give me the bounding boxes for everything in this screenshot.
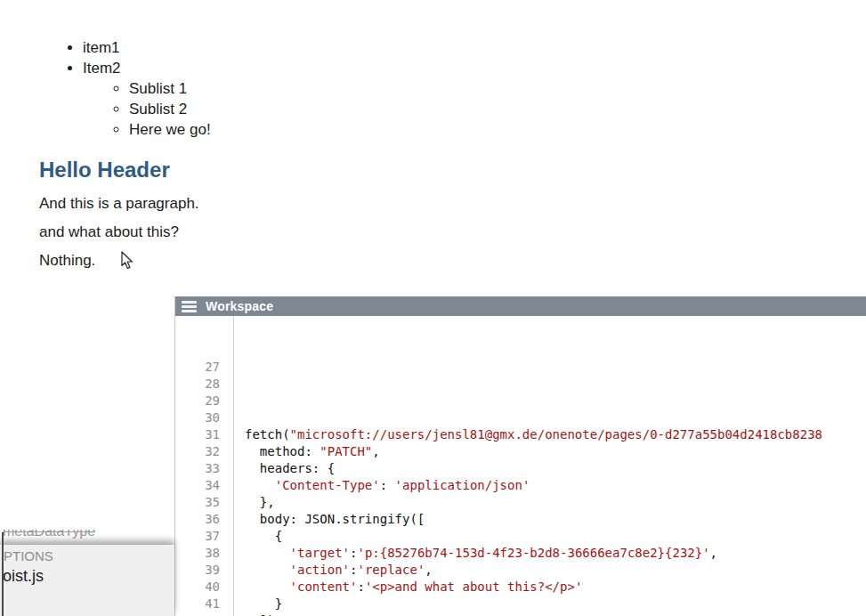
code-text: ]) [233, 612, 275, 616]
line-number[interactable]: 37 [175, 528, 233, 545]
line-number[interactable]: 38 [175, 545, 233, 562]
code-editor[interactable]: 2728293031fetch("microsoft://users/jensl… [175, 316, 866, 616]
page-heading: Hello Header [39, 158, 866, 182]
list-item: item1 [83, 37, 866, 58]
autocomplete-clipped-item[interactable]: metaDataType [0, 530, 174, 545]
code-text: }, [233, 494, 275, 511]
code-line[interactable]: 30 [175, 409, 866, 426]
code-text: method: "PATCH", [233, 443, 380, 460]
line-number[interactable]: 29 [175, 393, 233, 409]
code-line[interactable]: 27 [175, 359, 866, 376]
code-text: } [233, 596, 282, 612]
list-item-text: Sublist 2 [129, 101, 187, 118]
code-line[interactable]: 29 [175, 393, 866, 409]
code-line[interactable]: 28 [175, 376, 866, 393]
list-item-text: Sublist 1 [129, 80, 187, 97]
line-number[interactable]: 40 [175, 579, 233, 596]
code-line[interactable]: 32 method: "PATCH", [175, 443, 866, 460]
line-number[interactable]: 31 [175, 426, 233, 443]
line-number[interactable]: 32 [175, 443, 233, 460]
line-number[interactable]: 35 [175, 494, 233, 511]
code-text [233, 376, 245, 393]
code-text: headers: { [233, 460, 335, 477]
paragraph: And this is a paragraph. [39, 196, 866, 211]
popup-left-border [2, 532, 4, 616]
code-text: 'action':'replace', [233, 562, 433, 579]
code-line[interactable]: 41 } [175, 596, 866, 612]
autocomplete-item[interactable]: PTIONS [4, 548, 174, 563]
sub-bullet-list: Sublist 1 Sublist 2 Here we go! [83, 78, 866, 140]
hamburger-menu-icon[interactable] [182, 301, 197, 312]
code-text: { [233, 528, 282, 545]
code-text [233, 359, 245, 376]
line-number[interactable]: 39 [175, 562, 233, 579]
list-item-text: Here we go! [129, 121, 211, 138]
code-line[interactable]: 31fetch("microsoft://users/jensl81@gmx.d… [175, 426, 866, 443]
list-item: Here we go! [129, 119, 866, 140]
list-item: Item2 Sublist 1 Sublist 2 Here we go! [83, 58, 866, 140]
autocomplete-popup: PTIONS oist.js [0, 545, 174, 616]
workspace-header: Workspace [175, 296, 866, 316]
mouse-cursor-icon [121, 251, 134, 270]
code-line[interactable]: 38 'target':'p:{85276b74-153d-4f23-b2d8-… [175, 545, 866, 562]
code-text: 'Content-Type': 'application/json' [233, 477, 530, 494]
workspace-panel: Workspace 2728293031fetch("microsoft://u… [174, 296, 866, 616]
paragraph: Nothing. [39, 253, 866, 268]
line-number[interactable]: 36 [175, 511, 233, 528]
autocomplete-item-label: metaDataType [3, 530, 95, 539]
autocomplete-item[interactable]: oist.js [3, 567, 174, 586]
code-text: 'target':'p:{85276b74-153d-4f23-b2d8-366… [233, 545, 717, 562]
code-line[interactable]: 33 headers: { [175, 460, 866, 477]
gutter-separator [233, 316, 234, 616]
page: { "document": { "list": ["item1", "Item2… [0, 0, 866, 616]
code-line[interactable]: 35 }, [175, 494, 866, 511]
code-text [233, 393, 245, 409]
line-number[interactable]: 33 [175, 460, 233, 477]
code-text: fetch("microsoft://users/jensl81@gmx.de/… [233, 426, 822, 443]
line-number[interactable]: 30 [175, 409, 233, 426]
rendered-page: item1 Item2 Sublist 1 Sublist 2 Here we … [0, 0, 866, 268]
list-item-text: item1 [83, 39, 120, 56]
paragraph: and what about this? [39, 224, 866, 239]
code-line[interactable]: 42 ]) [175, 612, 866, 616]
list-item: Sublist 1 [129, 78, 866, 99]
code-text: 'content':'<p>and what about this?</p>' [233, 579, 582, 596]
line-number[interactable]: 41 [175, 596, 233, 612]
list-item: Sublist 2 [129, 99, 866, 119]
code-line[interactable]: 40 'content':'<p>and what about this?</p… [175, 579, 866, 596]
code-line[interactable]: 39 'action':'replace', [175, 562, 866, 579]
line-number[interactable]: 28 [175, 376, 233, 393]
line-number[interactable]: 27 [175, 359, 233, 376]
line-number[interactable]: 42 [175, 612, 233, 616]
code-line[interactable]: 34 'Content-Type': 'application/json' [175, 477, 866, 494]
code-text [233, 409, 245, 426]
code-text: body: JSON.stringify([ [233, 511, 425, 528]
bullet-list: item1 Item2 Sublist 1 Sublist 2 Here we … [0, 37, 866, 140]
workspace-title: Workspace [206, 299, 273, 313]
code-line[interactable]: 37 { [175, 528, 866, 545]
list-item-text: Item2 [83, 60, 121, 77]
code-line[interactable]: 36 body: JSON.stringify([ [175, 511, 866, 528]
line-number[interactable]: 34 [175, 477, 233, 494]
